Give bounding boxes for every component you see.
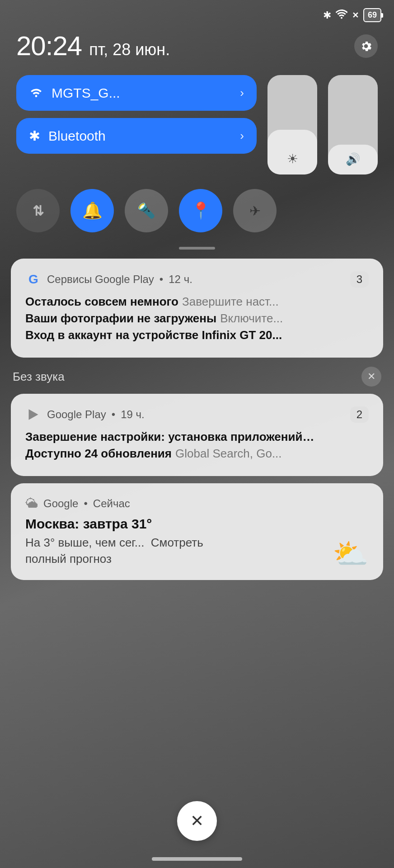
notif-badge-gps: 3: [350, 271, 369, 288]
flashlight-button[interactable]: 🔦: [125, 189, 168, 232]
notif-header-gps2: Google Play • 19 ч. 2: [25, 406, 369, 423]
volume-icon: 🔊: [346, 152, 360, 166]
google-play-store-notification[interactable]: Google Play • 19 ч. 2 Завершение настрой…: [11, 394, 383, 476]
brightness-icon: ☀: [287, 151, 298, 166]
weather-notification[interactable]: 🌥 Google • Сейчас Москва: завтра 31° На …: [11, 483, 383, 580]
icon-row: ⇅ 🔔 🔦 📍 ✈: [0, 178, 394, 243]
tiles-left: MGTS_G... › ✱ Bluetooth ›: [16, 75, 257, 175]
notif-time-gps: •: [159, 273, 163, 286]
notif-row-gps-3: Вход в аккаунт на устройстве Infinix GT …: [25, 328, 369, 342]
play-icon: [25, 406, 42, 423]
battery-indicator: 69: [363, 8, 381, 22]
bluetooth-tile-icon: ✱: [29, 128, 40, 144]
date-text: пт, 28 июн.: [89, 40, 170, 59]
notif-row-gps-2: Ваши фотографии не загружены Включите...: [25, 311, 369, 326]
notif-row-gps2-1: Завершение настройки: установка приложен…: [25, 430, 369, 444]
notif-time-gps-val: 12 ч.: [169, 273, 192, 286]
notif-muted-gps2-2: Global Search, Go...: [175, 447, 282, 461]
volume-slider[interactable]: 🔊: [328, 75, 378, 175]
notif-bold-gps2-1: Завершение настройки: установка приложен…: [25, 430, 314, 444]
notif-app-info-gps2: Google Play • 19 ч.: [25, 406, 145, 423]
weather-emoji: ⛅: [333, 537, 369, 571]
auto-rotate-button[interactable]: ⇅: [16, 189, 60, 232]
silent-close-button[interactable]: ✕: [361, 367, 381, 387]
settings-icon[interactable]: [354, 34, 378, 58]
battery-level: 69: [368, 10, 377, 20]
status-bar: ✱ ✕ 69: [0, 0, 394, 26]
weather-app-name: Google: [43, 497, 78, 510]
notif-bold-gps-3: Вход в аккаунт на устройстве Infinix GT …: [25, 328, 282, 342]
bluetooth-status-icon: ✱: [323, 9, 331, 21]
notif-row-gps-1: Осталось совсем немного Завершите наст..…: [25, 295, 369, 309]
wifi-tile-arrow: ›: [240, 86, 244, 100]
quick-tiles: MGTS_G... › ✱ Bluetooth › ☀ 🔊: [0, 75, 394, 175]
sliders-container: ☀ 🔊: [267, 75, 378, 175]
bluetooth-tile[interactable]: ✱ Bluetooth ›: [16, 118, 257, 154]
wifi-tile[interactable]: MGTS_G... ›: [16, 75, 257, 111]
notif-bold-gps-2: Ваши фотографии не загружены: [25, 311, 216, 326]
weather-header: 🌥 Google • Сейчас: [25, 496, 369, 511]
notif-header-gps: G Сервисы Google Play • 12 ч. 3: [25, 271, 369, 288]
time-display: 20:24 пт, 28 июн.: [16, 30, 170, 61]
notifications-area: G Сервисы Google Play • 12 ч. 3 Осталось…: [0, 259, 394, 358]
weather-title: Москва: завтра 31°: [25, 516, 369, 532]
weather-separator: •: [84, 497, 87, 510]
time-text: 20:24: [16, 30, 82, 61]
notif-app-info-gps: G Сервисы Google Play • 12 ч.: [25, 271, 192, 288]
dismiss-button[interactable]: ✕: [177, 801, 217, 841]
weather-time: Сейчас: [93, 497, 130, 510]
google-play-services-notification[interactable]: G Сервисы Google Play • 12 ч. 3 Осталось…: [11, 259, 383, 358]
time-area: 20:24 пт, 28 июн.: [0, 26, 394, 75]
notif-time-gps2: 19 ч.: [121, 408, 145, 421]
notif-muted-gps-1: Завершите наст...: [182, 295, 279, 309]
notif-row-gps2-2: Доступно 24 обновления Global Search, Go…: [25, 447, 369, 461]
google-icon: G: [25, 271, 42, 288]
weather-section: 🌥 Google • Сейчас Москва: завтра 31° На …: [0, 483, 394, 580]
dismiss-icon: ✕: [190, 811, 204, 830]
weather-desc: На 3° выше, чем сег... Смотретьполный пр…: [25, 534, 369, 567]
notif-sep-gps2: •: [112, 408, 115, 421]
home-indicator: [152, 857, 242, 861]
silent-label: Без звука: [13, 370, 65, 384]
notif-appname-gps2: Google Play: [47, 408, 106, 421]
airplane-mode-button[interactable]: ✈: [233, 189, 277, 232]
drag-handle: [179, 247, 215, 250]
brightness-slider[interactable]: ☀: [267, 75, 317, 175]
location-button[interactable]: 📍: [179, 189, 222, 232]
notif-bold-gps2-2: Доступно 24 обновления: [25, 447, 172, 461]
battery-x-icon: ✕: [352, 10, 359, 20]
bluetooth-tile-label: Bluetooth: [48, 128, 232, 144]
wifi-status-icon: [336, 9, 347, 22]
notifications-button[interactable]: 🔔: [70, 189, 114, 232]
notif-appname-gps: Сервисы Google Play: [47, 273, 154, 286]
notif-muted-gps-2: Включите...: [220, 311, 283, 326]
weather-cloud-icon: 🌥: [25, 496, 38, 511]
notifications-area-2: Google Play • 19 ч. 2 Завершение настрой…: [0, 394, 394, 476]
notif-bold-gps-1: Осталось совсем немного: [25, 295, 178, 309]
notif-badge-gps2: 2: [350, 406, 369, 423]
wifi-tile-label: MGTS_G...: [52, 85, 232, 101]
wifi-tile-icon: [29, 85, 43, 101]
bluetooth-tile-arrow: ›: [240, 129, 244, 143]
silent-bar: Без звука ✕: [0, 358, 394, 394]
